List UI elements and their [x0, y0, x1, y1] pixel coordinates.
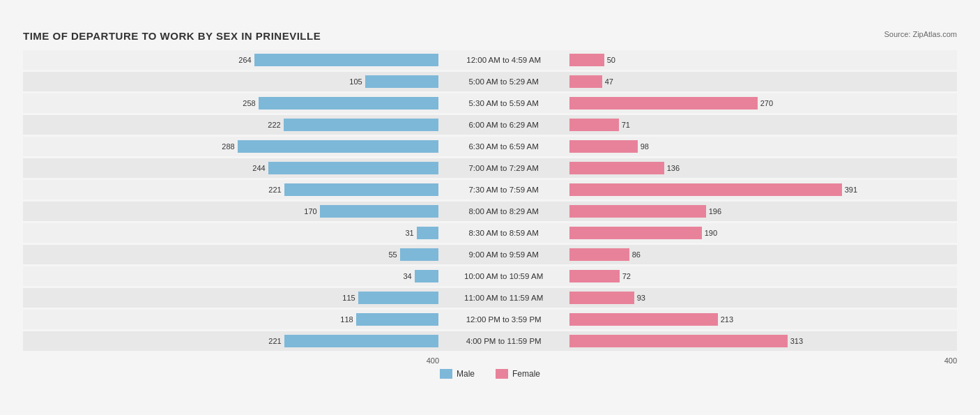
chart-row: 115 11:00 AM to 11:59 AM 93 — [23, 288, 957, 308]
chart-row: 264 12:00 AM to 4:59 AM 50 — [23, 50, 957, 70]
male-bar: 244 — [268, 162, 438, 174]
chart-row: 118 12:00 PM to 3:59 PM 213 — [23, 310, 957, 329]
chart-row: 222 6:00 AM to 6:29 AM 71 — [23, 115, 957, 135]
female-bar: 213 — [569, 313, 718, 326]
time-label: 9:00 AM to 9:59 AM — [441, 250, 567, 259]
left-section: 34 — [23, 266, 441, 286]
male-value: 288 — [222, 142, 234, 151]
male-value: 221 — [268, 337, 281, 345]
chart-row: 288 6:30 AM to 6:59 AM 98 — [23, 137, 957, 156]
left-section: 118 — [23, 310, 441, 329]
female-value: 50 — [607, 56, 615, 64]
right-section: 270 — [567, 93, 957, 113]
female-value: 313 — [790, 337, 803, 345]
left-section: 221 — [23, 331, 441, 351]
left-section: 115 — [23, 288, 441, 308]
time-label: 5:00 AM to 5:29 AM — [441, 77, 567, 86]
male-value: 115 — [342, 294, 355, 302]
female-value: 213 — [721, 315, 733, 324]
legend-male-box — [440, 369, 452, 379]
male-value: 55 — [388, 250, 397, 259]
right-section: 71 — [567, 115, 957, 135]
legend-female-label: Female — [512, 369, 540, 379]
time-label: 8:30 AM to 8:59 AM — [441, 229, 567, 237]
male-bar: 34 — [415, 270, 438, 282]
left-section: 288 — [23, 137, 441, 156]
male-bar: 105 — [365, 75, 438, 88]
female-value: 71 — [622, 121, 630, 129]
time-label: 11:00 AM to 11:59 AM — [441, 294, 567, 302]
chart-body: 264 12:00 AM to 4:59 AM 50 105 5:00 AM t… — [23, 50, 957, 351]
time-label: 7:00 AM to 7:29 AM — [441, 164, 567, 172]
time-label: 12:00 AM to 4:59 AM — [441, 56, 567, 64]
right-section: 136 — [567, 158, 957, 178]
female-bar: 72 — [569, 270, 620, 282]
male-value: 258 — [243, 99, 255, 107]
time-label: 7:30 AM to 7:59 AM — [441, 186, 567, 194]
male-bar: 221 — [284, 335, 438, 347]
male-value: 222 — [268, 121, 280, 129]
female-bar: 50 — [569, 54, 604, 66]
male-bar: 264 — [254, 54, 438, 66]
legend-female-box — [496, 369, 508, 379]
female-bar: 47 — [569, 75, 602, 88]
right-section: 50 — [567, 50, 957, 70]
right-section: 213 — [567, 310, 957, 329]
right-section: 47 — [567, 72, 957, 91]
chart-row: 170 8:00 AM to 8:29 AM 196 — [23, 202, 957, 221]
female-bar: 190 — [569, 227, 702, 239]
chart-title: TIME OF DEPARTURE TO WORK BY SEX IN PRIN… — [23, 30, 957, 42]
male-bar: 31 — [417, 227, 438, 239]
male-bar: 55 — [400, 248, 438, 261]
chart-row: 31 8:30 AM to 8:59 AM 190 — [23, 223, 957, 243]
chart-container: TIME OF DEPARTURE TO WORK BY SEX IN PRIN… — [9, 16, 971, 400]
female-value: 98 — [641, 142, 649, 151]
male-bar: 115 — [358, 292, 438, 304]
female-bar: 313 — [569, 335, 788, 347]
female-value: 93 — [637, 294, 645, 302]
legend: Male Female — [23, 369, 957, 379]
female-value: 270 — [760, 99, 773, 107]
chart-row: 105 5:00 AM to 5:29 AM 47 — [23, 72, 957, 91]
right-section: 72 — [567, 266, 957, 286]
time-label: 6:30 AM to 6:59 AM — [441, 142, 567, 151]
time-label: 6:00 AM to 6:29 AM — [441, 121, 567, 129]
right-section: 196 — [567, 202, 957, 221]
female-bar: 391 — [569, 183, 842, 196]
legend-female: Female — [496, 369, 540, 379]
axis-labels: 400 400 — [23, 356, 957, 365]
male-bar: 288 — [238, 140, 438, 153]
female-bar: 270 — [569, 97, 758, 110]
left-section: 170 — [23, 202, 441, 221]
right-section: 190 — [567, 223, 957, 243]
male-value: 264 — [238, 56, 251, 64]
female-value: 391 — [845, 186, 857, 194]
male-value: 31 — [405, 229, 413, 237]
right-section: 86 — [567, 245, 957, 264]
female-value: 196 — [709, 207, 721, 216]
chart-row: 221 4:00 PM to 11:59 PM 313 — [23, 331, 957, 351]
male-value: 118 — [340, 315, 353, 324]
female-value: 47 — [605, 77, 613, 86]
male-bar: 118 — [356, 313, 438, 326]
left-section: 258 — [23, 93, 441, 113]
left-section: 31 — [23, 223, 441, 243]
right-section: 93 — [567, 288, 957, 308]
time-label: 4:00 PM to 11:59 PM — [441, 337, 567, 345]
chart-row: 258 5:30 AM to 5:59 AM 270 — [23, 93, 957, 113]
right-section: 391 — [567, 180, 957, 199]
female-value: 72 — [622, 272, 631, 280]
male-bar: 222 — [284, 119, 438, 131]
left-section: 221 — [23, 180, 441, 199]
female-value: 86 — [632, 250, 641, 259]
chart-row: 55 9:00 AM to 9:59 AM 86 — [23, 245, 957, 264]
male-bar: 170 — [320, 205, 438, 218]
male-value: 244 — [252, 164, 265, 172]
time-label: 10:00 AM to 10:59 AM — [441, 272, 567, 280]
male-bar: 221 — [284, 183, 438, 196]
legend-male: Male — [440, 369, 475, 379]
time-label: 5:30 AM to 5:59 AM — [441, 99, 567, 107]
female-value: 136 — [667, 164, 680, 172]
male-value: 170 — [304, 207, 316, 216]
female-value: 190 — [705, 229, 717, 237]
